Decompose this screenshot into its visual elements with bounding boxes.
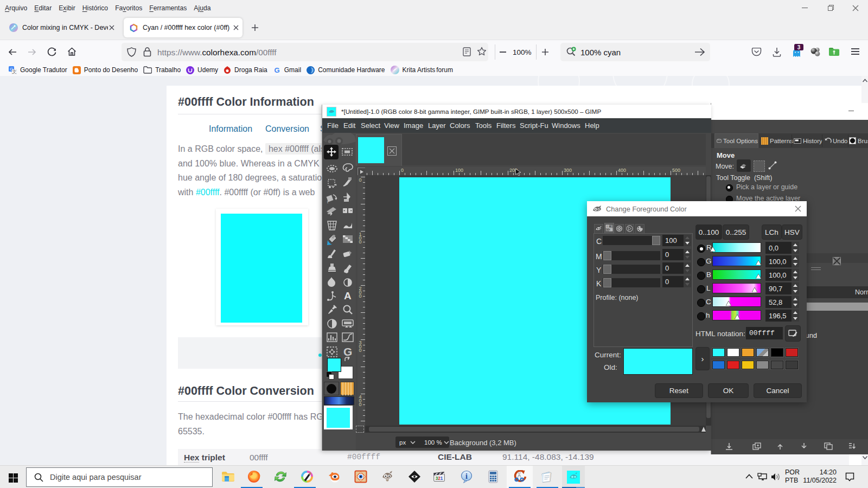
svg-text:i: i <box>465 472 468 480</box>
svg-text:t: t <box>327 200 328 204</box>
svg-text:Y K: Y K <box>607 228 610 231</box>
svg-text:C M: C M <box>607 225 611 228</box>
svg-text:321: 321 <box>436 476 443 481</box>
svg-text:文: 文 <box>12 69 17 74</box>
svg-text:G: G <box>274 66 279 74</box>
